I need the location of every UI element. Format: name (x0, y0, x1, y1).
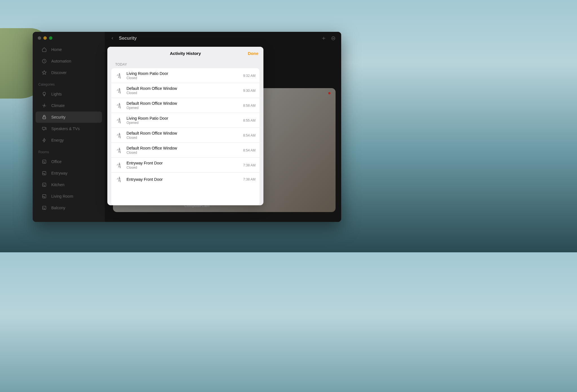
activity-status: Opened (127, 121, 239, 125)
activity-body: Entryway Front Door (127, 177, 239, 182)
activity-body: Default Room Office Window Closed (127, 86, 239, 95)
activity-status: Closed (127, 166, 239, 170)
svg-point-18 (119, 148, 120, 149)
activity-time: 7:38 AM (243, 177, 256, 181)
activity-body: Default Room Office Window Opened (127, 101, 239, 110)
activity-list[interactable]: Living Room Patio Door Closed 9:32 AM De… (111, 68, 259, 205)
activity-time: 9:32 AM (243, 74, 256, 78)
activity-row[interactable]: Default Room Office Window Closed 8:54 A… (111, 143, 259, 158)
svg-point-17 (119, 133, 120, 134)
motion-icon (115, 117, 123, 124)
activity-time: 7:38 AM (243, 163, 256, 167)
activity-title: Entryway Front Door (127, 161, 239, 165)
motion-icon (115, 72, 123, 79)
activity-title: Default Room Office Window (127, 86, 239, 91)
activity-title: Default Room Office Window (127, 146, 239, 150)
activity-title: Default Room Office Window (127, 101, 239, 106)
motion-icon (115, 162, 123, 169)
activity-time: 9:30 AM (243, 89, 256, 93)
section-header-today: TODAY (107, 60, 263, 68)
activity-body: Living Room Patio Door Closed (127, 71, 239, 80)
modal-title: Activity History (170, 51, 201, 56)
activity-history-modal: Activity History Done TODAY Living Room … (107, 47, 263, 205)
activity-status: Closed (127, 151, 239, 155)
motion-icon (115, 87, 123, 94)
activity-row[interactable]: Entryway Front Door 7:38 AM (111, 173, 259, 186)
activity-body: Default Room Office Window Closed (127, 131, 239, 140)
activity-title: Default Room Office Window (127, 131, 239, 135)
svg-point-16 (119, 118, 120, 119)
activity-title: Living Room Patio Door (127, 71, 239, 76)
svg-point-13 (119, 73, 120, 74)
modal-header: Activity History Done (107, 47, 263, 60)
activity-time: 8:54 AM (243, 148, 256, 152)
svg-point-14 (119, 88, 120, 89)
activity-body: Entryway Front Door Closed (127, 161, 239, 170)
motion-icon (115, 176, 123, 183)
svg-point-15 (119, 103, 120, 104)
svg-point-20 (119, 177, 120, 178)
activity-title: Entryway Front Door (127, 177, 239, 182)
activity-status: Closed (127, 136, 239, 140)
activity-time: 8:55 AM (243, 119, 256, 122)
activity-row[interactable]: Default Room Office Window Closed 9:30 A… (111, 83, 259, 98)
activity-body: Default Room Office Window Closed (127, 146, 239, 155)
activity-row[interactable]: Entryway Front Door Closed 7:38 AM (111, 158, 259, 173)
activity-row[interactable]: Default Room Office Window Closed 8:54 A… (111, 128, 259, 143)
activity-row[interactable]: Default Room Office Window Opened 8:58 A… (111, 98, 259, 113)
done-button[interactable]: Done (248, 51, 259, 56)
motion-icon (115, 102, 123, 109)
svg-point-19 (119, 162, 120, 164)
activity-status: Closed (127, 91, 239, 95)
activity-body: Living Room Patio Door Opened (127, 116, 239, 125)
motion-icon (115, 147, 123, 154)
motion-icon (115, 132, 123, 139)
activity-status: Opened (127, 106, 239, 110)
activity-time: 8:54 AM (243, 133, 256, 137)
activity-title: Living Room Patio Door (127, 116, 239, 121)
activity-row[interactable]: Living Room Patio Door Opened 8:55 AM (111, 113, 259, 128)
activity-status: Closed (127, 76, 239, 80)
activity-time: 8:58 AM (243, 104, 256, 108)
activity-row[interactable]: Living Room Patio Door Closed 9:32 AM (111, 68, 259, 83)
